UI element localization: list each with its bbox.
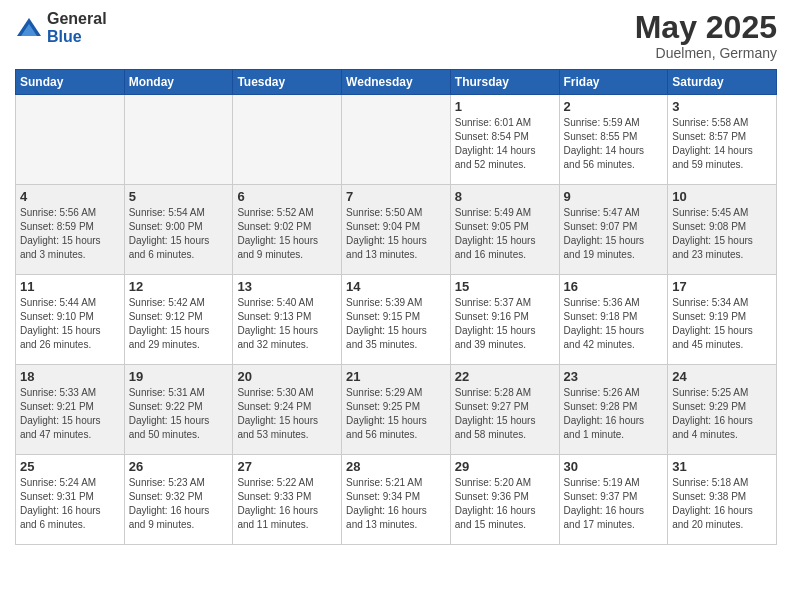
- calendar-week-row: 11Sunrise: 5:44 AM Sunset: 9:10 PM Dayli…: [16, 275, 777, 365]
- day-info: Sunrise: 5:31 AM Sunset: 9:22 PM Dayligh…: [129, 386, 229, 442]
- day-info: Sunrise: 6:01 AM Sunset: 8:54 PM Dayligh…: [455, 116, 555, 172]
- calendar-week-row: 25Sunrise: 5:24 AM Sunset: 9:31 PM Dayli…: [16, 455, 777, 545]
- day-number: 5: [129, 189, 229, 204]
- day-info: Sunrise: 5:22 AM Sunset: 9:33 PM Dayligh…: [237, 476, 337, 532]
- logo: General Blue: [15, 10, 107, 45]
- title-block: May 2025 Duelmen, Germany: [635, 10, 777, 61]
- day-number: 25: [20, 459, 120, 474]
- calendar-cell: 19Sunrise: 5:31 AM Sunset: 9:22 PM Dayli…: [124, 365, 233, 455]
- day-info: Sunrise: 5:49 AM Sunset: 9:05 PM Dayligh…: [455, 206, 555, 262]
- day-info: Sunrise: 5:25 AM Sunset: 9:29 PM Dayligh…: [672, 386, 772, 442]
- day-number: 30: [564, 459, 664, 474]
- calendar-cell: 26Sunrise: 5:23 AM Sunset: 9:32 PM Dayli…: [124, 455, 233, 545]
- day-number: 10: [672, 189, 772, 204]
- calendar-cell: 11Sunrise: 5:44 AM Sunset: 9:10 PM Dayli…: [16, 275, 125, 365]
- day-info: Sunrise: 5:40 AM Sunset: 9:13 PM Dayligh…: [237, 296, 337, 352]
- day-number: 12: [129, 279, 229, 294]
- day-info: Sunrise: 5:33 AM Sunset: 9:21 PM Dayligh…: [20, 386, 120, 442]
- day-info: Sunrise: 5:18 AM Sunset: 9:38 PM Dayligh…: [672, 476, 772, 532]
- day-info: Sunrise: 5:39 AM Sunset: 9:15 PM Dayligh…: [346, 296, 446, 352]
- logo-general-text: General: [47, 10, 107, 28]
- day-info: Sunrise: 5:47 AM Sunset: 9:07 PM Dayligh…: [564, 206, 664, 262]
- calendar-cell: 27Sunrise: 5:22 AM Sunset: 9:33 PM Dayli…: [233, 455, 342, 545]
- calendar-cell: [124, 95, 233, 185]
- weekday-header-friday: Friday: [559, 70, 668, 95]
- day-number: 2: [564, 99, 664, 114]
- day-info: Sunrise: 5:23 AM Sunset: 9:32 PM Dayligh…: [129, 476, 229, 532]
- day-info: Sunrise: 5:21 AM Sunset: 9:34 PM Dayligh…: [346, 476, 446, 532]
- calendar-cell: 5Sunrise: 5:54 AM Sunset: 9:00 PM Daylig…: [124, 185, 233, 275]
- day-number: 4: [20, 189, 120, 204]
- day-info: Sunrise: 5:44 AM Sunset: 9:10 PM Dayligh…: [20, 296, 120, 352]
- calendar-cell: [16, 95, 125, 185]
- day-info: Sunrise: 5:26 AM Sunset: 9:28 PM Dayligh…: [564, 386, 664, 442]
- day-number: 9: [564, 189, 664, 204]
- calendar-cell: 3Sunrise: 5:58 AM Sunset: 8:57 PM Daylig…: [668, 95, 777, 185]
- calendar-cell: 18Sunrise: 5:33 AM Sunset: 9:21 PM Dayli…: [16, 365, 125, 455]
- day-info: Sunrise: 5:59 AM Sunset: 8:55 PM Dayligh…: [564, 116, 664, 172]
- day-info: Sunrise: 5:24 AM Sunset: 9:31 PM Dayligh…: [20, 476, 120, 532]
- calendar-cell: 7Sunrise: 5:50 AM Sunset: 9:04 PM Daylig…: [342, 185, 451, 275]
- weekday-header-monday: Monday: [124, 70, 233, 95]
- calendar-cell: 23Sunrise: 5:26 AM Sunset: 9:28 PM Dayli…: [559, 365, 668, 455]
- day-number: 27: [237, 459, 337, 474]
- day-info: Sunrise: 5:37 AM Sunset: 9:16 PM Dayligh…: [455, 296, 555, 352]
- calendar-cell: 24Sunrise: 5:25 AM Sunset: 9:29 PM Dayli…: [668, 365, 777, 455]
- day-info: Sunrise: 5:28 AM Sunset: 9:27 PM Dayligh…: [455, 386, 555, 442]
- calendar-table: SundayMondayTuesdayWednesdayThursdayFrid…: [15, 69, 777, 545]
- weekday-header-row: SundayMondayTuesdayWednesdayThursdayFrid…: [16, 70, 777, 95]
- calendar-cell: 13Sunrise: 5:40 AM Sunset: 9:13 PM Dayli…: [233, 275, 342, 365]
- calendar-cell: [233, 95, 342, 185]
- day-info: Sunrise: 5:36 AM Sunset: 9:18 PM Dayligh…: [564, 296, 664, 352]
- calendar-cell: 12Sunrise: 5:42 AM Sunset: 9:12 PM Dayli…: [124, 275, 233, 365]
- logo-icon: [15, 14, 43, 42]
- logo-blue-text: Blue: [47, 28, 107, 46]
- weekday-header-thursday: Thursday: [450, 70, 559, 95]
- day-number: 8: [455, 189, 555, 204]
- day-number: 21: [346, 369, 446, 384]
- day-number: 6: [237, 189, 337, 204]
- logo-text: General Blue: [47, 10, 107, 45]
- day-number: 7: [346, 189, 446, 204]
- day-info: Sunrise: 5:20 AM Sunset: 9:36 PM Dayligh…: [455, 476, 555, 532]
- calendar-week-row: 4Sunrise: 5:56 AM Sunset: 8:59 PM Daylig…: [16, 185, 777, 275]
- day-info: Sunrise: 5:34 AM Sunset: 9:19 PM Dayligh…: [672, 296, 772, 352]
- calendar-cell: 10Sunrise: 5:45 AM Sunset: 9:08 PM Dayli…: [668, 185, 777, 275]
- day-info: Sunrise: 5:58 AM Sunset: 8:57 PM Dayligh…: [672, 116, 772, 172]
- calendar-cell: 20Sunrise: 5:30 AM Sunset: 9:24 PM Dayli…: [233, 365, 342, 455]
- day-number: 28: [346, 459, 446, 474]
- calendar-cell: 6Sunrise: 5:52 AM Sunset: 9:02 PM Daylig…: [233, 185, 342, 275]
- calendar-cell: [342, 95, 451, 185]
- calendar-cell: 28Sunrise: 5:21 AM Sunset: 9:34 PM Dayli…: [342, 455, 451, 545]
- day-number: 19: [129, 369, 229, 384]
- calendar-cell: 30Sunrise: 5:19 AM Sunset: 9:37 PM Dayli…: [559, 455, 668, 545]
- day-number: 13: [237, 279, 337, 294]
- day-number: 17: [672, 279, 772, 294]
- calendar-cell: 4Sunrise: 5:56 AM Sunset: 8:59 PM Daylig…: [16, 185, 125, 275]
- weekday-header-wednesday: Wednesday: [342, 70, 451, 95]
- location-subtitle: Duelmen, Germany: [635, 45, 777, 61]
- calendar-cell: 9Sunrise: 5:47 AM Sunset: 9:07 PM Daylig…: [559, 185, 668, 275]
- calendar-cell: 21Sunrise: 5:29 AM Sunset: 9:25 PM Dayli…: [342, 365, 451, 455]
- day-number: 23: [564, 369, 664, 384]
- day-info: Sunrise: 5:19 AM Sunset: 9:37 PM Dayligh…: [564, 476, 664, 532]
- calendar-cell: 16Sunrise: 5:36 AM Sunset: 9:18 PM Dayli…: [559, 275, 668, 365]
- calendar-week-row: 18Sunrise: 5:33 AM Sunset: 9:21 PM Dayli…: [16, 365, 777, 455]
- calendar-cell: 15Sunrise: 5:37 AM Sunset: 9:16 PM Dayli…: [450, 275, 559, 365]
- page-header: General Blue May 2025 Duelmen, Germany: [15, 10, 777, 61]
- weekday-header-tuesday: Tuesday: [233, 70, 342, 95]
- month-title: May 2025: [635, 10, 777, 45]
- day-info: Sunrise: 5:56 AM Sunset: 8:59 PM Dayligh…: [20, 206, 120, 262]
- weekday-header-sunday: Sunday: [16, 70, 125, 95]
- calendar-cell: 1Sunrise: 6:01 AM Sunset: 8:54 PM Daylig…: [450, 95, 559, 185]
- calendar-cell: 25Sunrise: 5:24 AM Sunset: 9:31 PM Dayli…: [16, 455, 125, 545]
- day-info: Sunrise: 5:54 AM Sunset: 9:00 PM Dayligh…: [129, 206, 229, 262]
- calendar-cell: 14Sunrise: 5:39 AM Sunset: 9:15 PM Dayli…: [342, 275, 451, 365]
- calendar-cell: 22Sunrise: 5:28 AM Sunset: 9:27 PM Dayli…: [450, 365, 559, 455]
- weekday-header-saturday: Saturday: [668, 70, 777, 95]
- day-info: Sunrise: 5:30 AM Sunset: 9:24 PM Dayligh…: [237, 386, 337, 442]
- day-number: 22: [455, 369, 555, 384]
- day-number: 3: [672, 99, 772, 114]
- day-number: 31: [672, 459, 772, 474]
- day-info: Sunrise: 5:50 AM Sunset: 9:04 PM Dayligh…: [346, 206, 446, 262]
